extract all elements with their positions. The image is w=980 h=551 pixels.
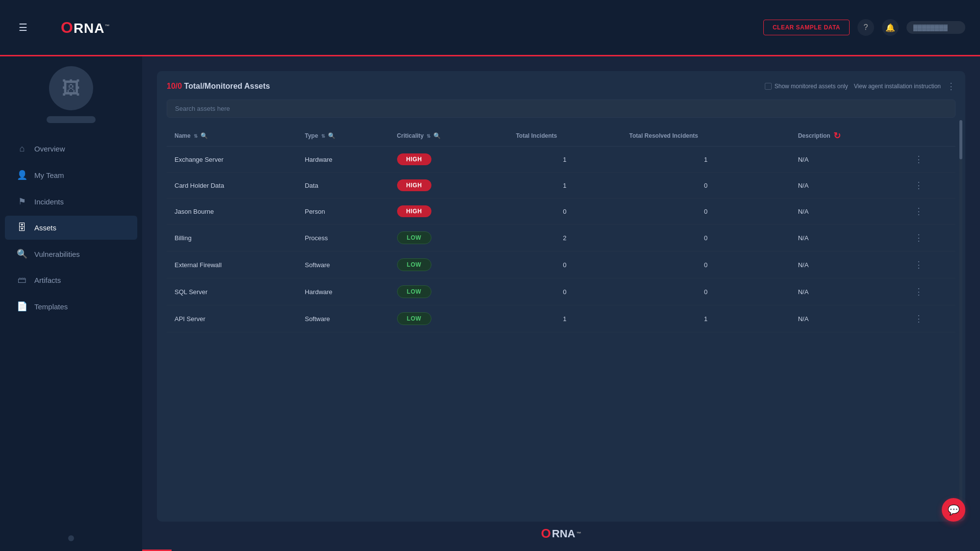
header-more-icon[interactable]: ⋮ [947, 81, 955, 92]
cell-name-4: External Firewall [167, 251, 297, 278]
sidebar-item-my-team[interactable]: 👤 My Team [5, 163, 137, 187]
sidebar-item-incidents[interactable]: ⚑ Incidents [5, 189, 137, 214]
col-header-total-resolved: Total Resolved Incidents [621, 125, 790, 147]
footer-logo-o: O [541, 526, 551, 541]
col-header-name: Name ⇅ 🔍 [167, 125, 297, 147]
search-bar[interactable]: Search assets here [167, 100, 955, 118]
row-more-icon-6[interactable]: ⋮ [914, 314, 923, 324]
cell-actions-0: ⋮ [906, 147, 955, 173]
cell-actions-2: ⋮ [906, 199, 955, 225]
criticality-badge-2: HIGH [397, 205, 431, 217]
assets-header: 10/0 Total/Monitored Assets Show monitor… [167, 81, 955, 92]
col-total-resolved-label: Total Resolved Incidents [629, 132, 698, 139]
assets-table-body: Exchange Server Hardware HIGH 1 1 N/A ⋮ … [167, 147, 955, 332]
artifacts-icon: 🗃 [17, 275, 27, 285]
clear-sample-button[interactable]: CLEAR SAMPLE DATA [763, 20, 850, 35]
assets-panel: 10/0 Total/Monitored Assets Show monitor… [157, 71, 965, 522]
cell-total-resolved-4: 0 [621, 251, 790, 278]
cell-criticality-4: LOW [389, 251, 508, 278]
table-scrollbar-track[interactable] [959, 120, 962, 512]
cell-criticality-5: LOW [389, 278, 508, 305]
type-search-icon[interactable]: 🔍 [328, 132, 335, 139]
view-agent-link[interactable]: View agent installation instruction [854, 83, 941, 90]
cell-criticality-2: HIGH [389, 199, 508, 225]
notifications-button[interactable]: 🔔 [882, 19, 899, 36]
cell-total-resolved-5: 0 [621, 278, 790, 305]
footer-logo: O RNA ™ [541, 526, 581, 541]
criticality-search-icon[interactable]: 🔍 [433, 132, 441, 139]
cell-description-2: N/A [790, 199, 907, 225]
avatar-name-placeholder [47, 116, 96, 123]
cell-total-incidents-1: 1 [508, 173, 621, 199]
cell-total-resolved-3: 0 [621, 225, 790, 251]
vulnerabilities-icon: 🔍 [17, 249, 27, 259]
row-more-icon-3[interactable]: ⋮ [914, 233, 923, 243]
row-more-icon-2[interactable]: ⋮ [914, 206, 923, 216]
cell-actions-1: ⋮ [906, 173, 955, 199]
cell-name-5: SQL Server [167, 278, 297, 305]
name-sort-icon[interactable]: ⇅ [194, 133, 198, 139]
sidebar-item-overview[interactable]: ⌂ Overview [5, 137, 137, 161]
sidebar-item-label-assets: Assets [34, 224, 56, 232]
criticality-badge-4: LOW [397, 258, 431, 271]
assets-icon: 🗄 [17, 223, 27, 233]
avatar: 🖼 [49, 66, 93, 110]
assets-count: 10/0 [167, 82, 182, 90]
col-description-label: Description [798, 132, 830, 139]
sidebar-item-label-my-team: My Team [34, 171, 64, 179]
assets-title: 10/0 Total/Monitored Assets [167, 82, 270, 91]
criticality-badge-0: HIGH [397, 153, 431, 165]
sidebar-item-label-artifacts: Artifacts [34, 276, 61, 284]
type-sort-icon[interactable]: ⇅ [321, 133, 325, 139]
sidebar-item-templates[interactable]: 📄 Templates [5, 294, 137, 319]
cell-total-incidents-0: 1 [508, 147, 621, 173]
name-search-icon[interactable]: 🔍 [201, 132, 208, 139]
table-row: Card Holder Data Data HIGH 1 0 N/A ⋮ [167, 173, 955, 199]
user-menu[interactable]: ▓▓▓▓▓▓▓▓ [906, 21, 965, 34]
help-icon: ? [864, 23, 868, 32]
show-monitored-toggle[interactable]: Show monitored assets only [765, 83, 848, 90]
templates-icon: 📄 [17, 301, 27, 312]
cell-description-3: N/A [790, 225, 907, 251]
refresh-icon[interactable]: ↻ [833, 130, 841, 141]
table-scrollbar-thumb[interactable] [959, 120, 962, 159]
criticality-sort-icon[interactable]: ⇅ [427, 133, 430, 139]
row-more-icon-0[interactable]: ⋮ [914, 154, 923, 164]
col-total-incidents-label: Total Incidents [516, 132, 557, 139]
cell-description-4: N/A [790, 251, 907, 278]
table-row: External Firewall Software LOW 0 0 N/A ⋮ [167, 251, 955, 278]
chat-fab-button[interactable]: 💬 [942, 498, 965, 522]
help-button[interactable]: ? [857, 19, 874, 36]
cell-total-incidents-2: 0 [508, 199, 621, 225]
row-more-icon-5[interactable]: ⋮ [914, 287, 923, 297]
col-type-label: Type [305, 132, 318, 139]
sidebar-item-label-overview: Overview [34, 145, 65, 153]
monitored-checkbox[interactable] [765, 83, 772, 90]
incidents-icon: ⚑ [17, 196, 27, 207]
cell-total-incidents-4: 0 [508, 251, 621, 278]
col-header-type: Type ⇅ 🔍 [297, 125, 389, 147]
logo-trademark: ™ [105, 23, 110, 28]
row-more-icon-1[interactable]: ⋮ [914, 180, 923, 190]
row-more-icon-4[interactable]: ⋮ [914, 260, 923, 270]
cell-total-incidents-6: 1 [508, 305, 621, 332]
hamburger-button[interactable]: ☰ [15, 20, 31, 35]
col-header-criticality: Criticality ⇅ 🔍 [389, 125, 508, 147]
my-team-icon: 👤 [17, 170, 27, 180]
cell-actions-4: ⋮ [906, 251, 955, 278]
table-row: SQL Server Hardware LOW 0 0 N/A ⋮ [167, 278, 955, 305]
bell-icon: 🔔 [885, 23, 895, 32]
sidebar-item-assets[interactable]: 🗄 Assets [5, 216, 137, 240]
cell-total-incidents-3: 2 [508, 225, 621, 251]
sidebar-item-vulnerabilities[interactable]: 🔍 Vulnerabilities [5, 242, 137, 266]
table-header-row: Name ⇅ 🔍 Type ⇅ 🔍 [167, 125, 955, 147]
logo: ORNA™ [61, 19, 110, 37]
sidebar-item-artifacts[interactable]: 🗃 Artifacts [5, 268, 137, 292]
cell-description-0: N/A [790, 147, 907, 173]
cell-actions-3: ⋮ [906, 225, 955, 251]
cell-type-3: Process [297, 225, 389, 251]
cell-actions-5: ⋮ [906, 278, 955, 305]
col-header-actions [906, 125, 955, 147]
criticality-badge-3: LOW [397, 231, 431, 244]
cell-criticality-1: HIGH [389, 173, 508, 199]
